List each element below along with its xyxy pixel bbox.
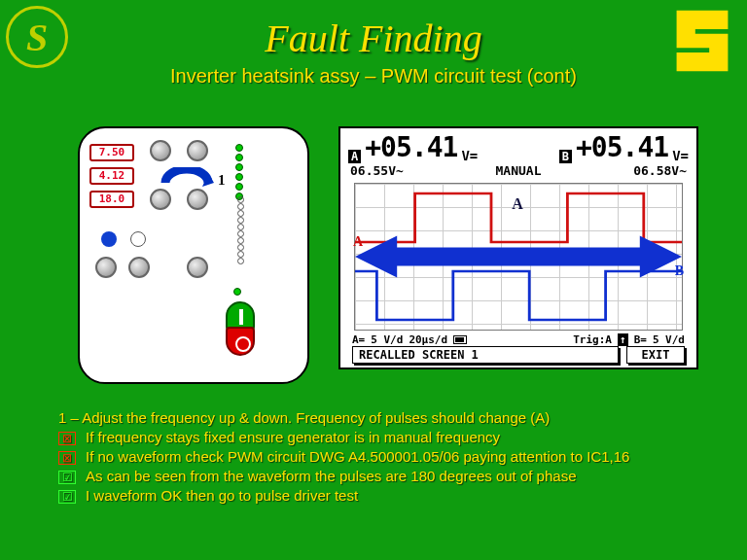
scope-timebase: 20µs/d [409,333,447,346]
knob-icon [95,257,117,278]
scope-foot-a: A= [352,333,365,346]
x-bullet-icon: ⊠ [58,432,76,445]
panel-lcd-3: 18.0 [89,191,134,208]
scope-ch-b-tag: B [559,150,572,163]
instruction-notes: 1 – Adjust the frequency up & down. Freq… [58,406,718,507]
knob-icon [187,257,208,278]
power-switch-icon [226,301,255,356]
logo-left: S [6,6,68,68]
panel-callout-1: 1 [218,172,226,189]
rotate-arrow-icon [160,167,214,192]
knob-icon [187,140,208,161]
scope-ch-a-unit: V= [461,148,478,163]
scope-ch-b-value: 05.41 [591,131,668,163]
scope-footer-settings: A= 5 V/d 20µs/d Trig:A ↑ B= 5 V/d [352,333,685,346]
scope-trace-a-label: A [353,234,363,250]
note-line-5: I waveform OK then go to pulse driver te… [86,487,358,504]
check-bullet-icon: ☑ [58,471,76,484]
note-line-1: 1 – Adjust the frequency up & down. Freq… [58,409,718,426]
scope-header: A +05.41 V= B +05.41 V= [340,128,696,163]
title-block: Fault Finding Inverter heatsink assy – P… [0,0,747,88]
scope-trigger-edge-icon: ↑ [618,333,628,346]
scope-ch-b-sign: + [576,131,591,163]
scope-ch-b-unit: V= [672,148,689,163]
scope-foot-b: B= [634,333,647,346]
logo-left-letter: S [26,15,48,60]
scope-ch-a-sign: + [365,131,380,163]
panel-lcd-2: 4.12 [89,167,134,185]
scope-sub-right: 06.58V~ [633,163,687,178]
scope-trace-b-label: B [675,263,684,279]
blue-indicator-icon [101,231,117,247]
scope-recall-label: RECALLED SCREEN 1 [352,346,619,364]
note-line-4: As can be seen from the waveform the pul… [86,468,576,484]
indicator-column [237,196,244,264]
battery-icon [453,335,467,344]
scope-ch-a-value: 05.41 [380,131,457,163]
scope-foot-b-scale: 5 V/d [653,333,685,346]
note-line-2: If frequency stays fixed ensure generato… [86,429,500,445]
scope-foot-a-scale: 5 V/d [371,333,403,346]
led-column [235,144,243,200]
control-panel-illustration: 7.50 4.12 18.0 1 [78,126,309,384]
scope-ch-a-tag: A [348,150,361,163]
scope-trigger: Trig:A [573,333,612,346]
knob-icon [150,140,171,161]
scope-sub-left: 06.55V~ [350,163,404,178]
panel-lcd-1: 7.50 [89,144,134,161]
note-line-3: If no waveform check PWM circuit DWG A4.… [86,448,629,465]
logo-right [667,6,737,76]
double-arrow-icon [355,184,682,330]
oscilloscope-screen: A +05.41 V= B +05.41 V= 06.55V~ MANUAL 0… [338,126,698,369]
x-bullet-icon: ⊠ [58,451,76,465]
knob-icon [128,257,150,278]
white-indicator-icon [130,231,146,247]
led-icon [233,288,241,296]
page-title: Fault Finding [0,16,747,61]
scope-mode: MANUAL [404,163,633,178]
check-bullet-icon: ☑ [58,490,76,504]
scope-exit-label: EXIT [626,346,685,364]
scope-waveform-area: A A B [354,183,683,331]
page-subtitle: Inverter heatsink assy – PWM circuit tes… [0,65,747,88]
scope-subheader: 06.55V~ MANUAL 06.58V~ [340,163,696,178]
scope-footer-buttons: RECALLED SCREEN 1 EXIT [352,346,685,364]
svg-marker-1 [355,235,682,277]
